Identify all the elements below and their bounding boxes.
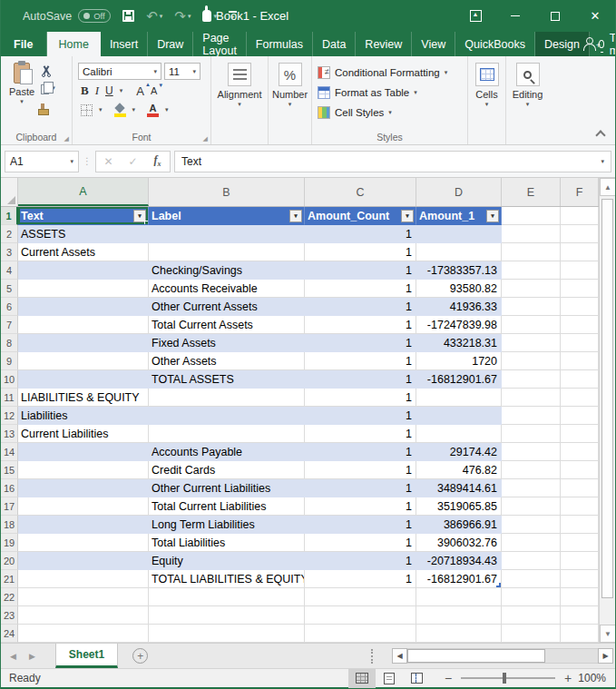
- cell-D14[interactable]: 29174.42: [416, 443, 502, 461]
- cell-B23[interactable]: [149, 606, 305, 625]
- undo-button[interactable]: ↶▾: [146, 9, 162, 23]
- row-header-5[interactable]: 5: [1, 280, 18, 298]
- select-all-corner[interactable]: [1, 178, 18, 206]
- cell-C14[interactable]: 1: [305, 443, 416, 461]
- row-header-16[interactable]: 16: [1, 479, 18, 497]
- column-header-C[interactable]: C: [305, 178, 416, 206]
- close-button[interactable]: ✕: [575, 0, 615, 32]
- cell-B16[interactable]: Other Current Liabilities: [149, 479, 305, 497]
- autosave-switch[interactable]: Off: [78, 9, 111, 23]
- row-header-21[interactable]: 21: [1, 570, 18, 588]
- row-header-24[interactable]: 24: [1, 625, 18, 643]
- number-button[interactable]: % Number▾: [268, 60, 312, 130]
- cell-F5[interactable]: [561, 280, 599, 298]
- cell-A23[interactable]: [18, 606, 149, 625]
- cell-A1[interactable]: Text▾: [18, 207, 149, 225]
- ribbon-tab-draw[interactable]: Draw: [148, 32, 193, 56]
- cell-C11[interactable]: 1: [305, 389, 416, 407]
- cell-A12[interactable]: Liabilities: [18, 407, 149, 425]
- cell-A17[interactable]: [18, 497, 149, 516]
- row-header-3[interactable]: 3: [1, 243, 18, 261]
- row-header-4[interactable]: 4: [1, 261, 18, 280]
- grow-font-button[interactable]: A▲: [136, 84, 144, 98]
- ribbon-tab-formulas[interactable]: Formulas: [247, 32, 313, 56]
- column-header-F[interactable]: F: [561, 178, 599, 206]
- cell-C22[interactable]: [305, 588, 416, 606]
- cell-E16[interactable]: [502, 479, 561, 497]
- cell-E18[interactable]: [502, 516, 561, 534]
- cell-D6[interactable]: 41936.33: [416, 298, 502, 316]
- cell-B7[interactable]: Total Current Assets: [149, 316, 305, 334]
- row-header-15[interactable]: 15: [1, 461, 18, 479]
- cell-A16[interactable]: [18, 479, 149, 497]
- cell-E3[interactable]: [502, 243, 561, 261]
- cell-B18[interactable]: Long Term Liabilities: [149, 516, 305, 534]
- cell-D2[interactable]: [416, 225, 502, 243]
- cell-C4[interactable]: 1: [305, 261, 416, 280]
- cell-C20[interactable]: 1: [305, 552, 416, 570]
- cell-E8[interactable]: [502, 334, 561, 352]
- cell-C12[interactable]: 1: [305, 407, 416, 425]
- cell-F11[interactable]: [561, 389, 599, 407]
- cell-E2[interactable]: [502, 225, 561, 243]
- cell-F12[interactable]: [561, 407, 599, 425]
- ribbon-tab-review[interactable]: Review: [356, 32, 412, 56]
- row-header-22[interactable]: 22: [1, 588, 18, 606]
- underline-button[interactable]: U: [105, 84, 113, 97]
- cell-F14[interactable]: [561, 443, 599, 461]
- cell-E13[interactable]: [502, 425, 561, 443]
- cell-E11[interactable]: [502, 389, 561, 407]
- cell-styles-button[interactable]: Cell Styles▾: [318, 103, 447, 122]
- cell-A15[interactable]: [18, 461, 149, 479]
- row-header-19[interactable]: 19: [1, 534, 18, 552]
- row-header-17[interactable]: 17: [1, 497, 18, 516]
- column-header-D[interactable]: D: [416, 178, 502, 206]
- cell-C5[interactable]: 1: [305, 280, 416, 298]
- formula-bar-splitter[interactable]: ⋮: [83, 156, 92, 166]
- cell-D5[interactable]: 93580.82: [416, 280, 502, 298]
- cell-B5[interactable]: Accounts Receivable: [149, 280, 305, 298]
- name-box[interactable]: A1▾: [5, 151, 79, 172]
- cell-A10[interactable]: [18, 370, 149, 389]
- row-header-10[interactable]: 10: [1, 370, 18, 389]
- font-size-combobox[interactable]: 11▾: [164, 63, 200, 80]
- cell-C10[interactable]: 1: [305, 370, 416, 389]
- cell-B8[interactable]: Fixed Assets: [149, 334, 305, 352]
- cell-A11[interactable]: LIABILITIES & EQUITY: [18, 389, 149, 407]
- scroll-down-button[interactable]: ▼: [600, 625, 616, 643]
- cell-A22[interactable]: [18, 588, 149, 606]
- zoom-slider[interactable]: [461, 677, 555, 679]
- normal-view-button[interactable]: [348, 669, 376, 688]
- cell-B10[interactable]: TOTAL ASSETS: [149, 370, 305, 389]
- scroll-left-button[interactable]: ◀: [392, 648, 407, 664]
- cell-A3[interactable]: Current Assets: [18, 243, 149, 261]
- ribbon-tab-view[interactable]: View: [412, 32, 455, 56]
- cell-A7[interactable]: [18, 316, 149, 334]
- cell-A14[interactable]: [18, 443, 149, 461]
- cell-E4[interactable]: [502, 261, 561, 280]
- cell-D21[interactable]: -16812901.67: [416, 570, 502, 588]
- cell-F6[interactable]: [561, 298, 599, 316]
- cell-D24[interactable]: [416, 625, 502, 643]
- cell-F19[interactable]: [561, 534, 599, 552]
- cell-C6[interactable]: 1: [305, 298, 416, 316]
- cell-C19[interactable]: 1: [305, 534, 416, 552]
- cell-F23[interactable]: [561, 606, 599, 625]
- horizontal-scrollbar[interactable]: ◀ ▶: [392, 648, 613, 664]
- cell-E15[interactable]: [502, 461, 561, 479]
- cell-A13[interactable]: Current Liabilities: [18, 425, 149, 443]
- cell-D11[interactable]: [416, 389, 502, 407]
- cell-D1[interactable]: Amount_1▾: [416, 207, 502, 225]
- cell-C1[interactable]: Amount_Count▾: [305, 207, 416, 225]
- cell-C15[interactable]: 1: [305, 461, 416, 479]
- shrink-font-button[interactable]: A▼: [151, 85, 157, 96]
- cell-F21[interactable]: [561, 570, 599, 588]
- formula-input[interactable]: Text▾: [174, 151, 611, 172]
- cell-A18[interactable]: [18, 516, 149, 534]
- cell-A20[interactable]: [18, 552, 149, 570]
- cell-C24[interactable]: [305, 625, 416, 643]
- ribbon-tab-design[interactable]: Design: [535, 32, 590, 56]
- borders-icon[interactable]: [81, 104, 93, 116]
- cell-F22[interactable]: [561, 588, 599, 606]
- cell-F10[interactable]: [561, 370, 599, 389]
